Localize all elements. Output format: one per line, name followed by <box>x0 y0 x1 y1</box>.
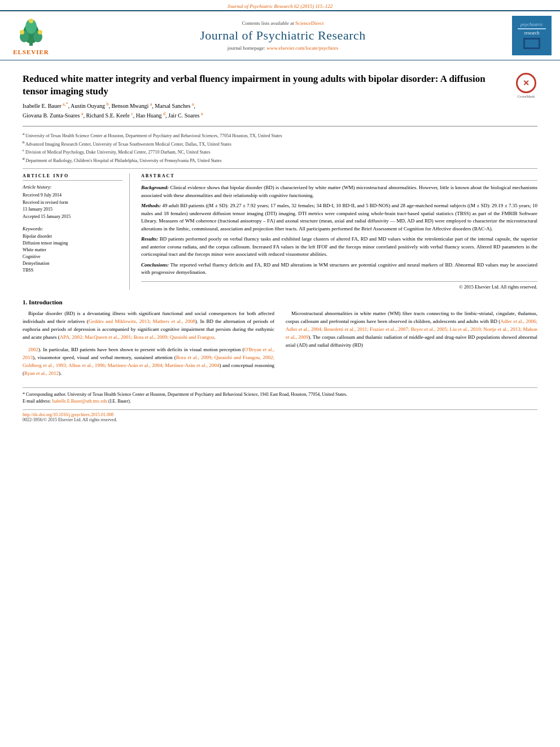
affiliations: a University of Texas Health Science Cen… <box>23 131 537 164</box>
authors-line: Isabelle E. Bauer a,*, Austin Ouyang b, … <box>23 101 509 120</box>
abstract-col: ABSTRACT Background: Clinical evidence s… <box>141 173 537 290</box>
article-info-abstract: ARTICLE INFO Article history: Received 9… <box>23 173 537 290</box>
main-content: Reduced white matter integrity and verba… <box>0 60 560 428</box>
crossmark-label: CrossMark <box>517 94 535 99</box>
abstract-background: Background: Clinical evidence shows that… <box>141 184 537 199</box>
article-title-section: Reduced white matter integrity and verba… <box>23 73 537 126</box>
crossmark-badge[interactable]: ✕ CrossMark <box>515 73 537 99</box>
article-title: Reduced white matter integrity and verba… <box>23 73 509 98</box>
journal-title: Journal of Psychiatric Research <box>62 28 504 43</box>
divider <box>23 168 537 169</box>
copyright-line: © 2015 Elsevier Ltd. All rights reserved… <box>141 281 537 290</box>
article-history-label: Article history: <box>23 184 123 190</box>
svg-point-6 <box>38 30 42 34</box>
abstract-text: Background: Clinical evidence shows that… <box>141 184 537 277</box>
ref-geddes[interactable]: Geddes and Miklowitz, 2013; Mathers et a… <box>89 318 195 324</box>
ref-bora2009[interactable]: Bora et al., 2009; Quraishi and Frangou,… <box>23 355 274 368</box>
intro-title: 1. Introduction <box>23 299 537 305</box>
psych-badge: psychiatric research <box>512 16 552 55</box>
corresponding-label: * Corresponding author. <box>23 392 67 397</box>
keyword-bipolar: Bipolar disorder <box>23 233 123 240</box>
elsevier-logo: ELSEVIER <box>6 16 56 55</box>
received-date: Received 9 July 2014 <box>23 192 123 199</box>
intro-col1-p2: 2002). In particular, BD patients have b… <box>23 346 274 378</box>
header-center: Contents lists available at ScienceDirec… <box>62 20 504 51</box>
svg-point-7 <box>29 19 33 23</box>
article-title-text: Reduced white matter integrity and verba… <box>23 73 509 121</box>
intro-col1: Bipolar disorder (BD) is a devastating i… <box>23 310 274 382</box>
intro-body: Bipolar disorder (BD) is a devastating i… <box>23 310 537 382</box>
article-info-col: ARTICLE INFO Article history: Received 9… <box>23 173 130 290</box>
article-info-heading: ARTICLE INFO <box>23 173 123 181</box>
corresponding-text: University of Texas Health Science Cente… <box>68 392 348 397</box>
svg-point-5 <box>20 30 24 34</box>
keyword-wm: White matter <box>23 247 123 254</box>
ref-adler2006[interactable]: Adler et al., 2006; Adler et al., 2004; … <box>286 318 537 340</box>
journal-logo-icon <box>523 38 540 49</box>
email-link[interactable]: Isabelle.E.Bauer@uth.tmc.edu <box>52 399 107 404</box>
abstract-results: Results: BD patients performed poorly on… <box>141 235 537 259</box>
crossmark-icon: ✕ <box>516 73 536 93</box>
elsevier-tree-icon <box>14 16 48 47</box>
keywords-label: Keywords: <box>23 226 123 231</box>
journal-header: ELSEVIER Contents lists available at Sci… <box>0 10 560 60</box>
footnote-section: * Corresponding author. University of Te… <box>23 387 537 405</box>
keyword-tbss: TBSS <box>23 267 123 274</box>
page: Journal of Psychiatric Research 62 (2015… <box>0 0 560 747</box>
homepage-link[interactable]: www.elsevier.com/locate/psychires <box>266 45 338 51</box>
abstract-conclusions: Conclusions: The reported verbal fluency… <box>141 261 537 277</box>
ref-2002[interactable]: 2002 <box>28 347 38 352</box>
top-citation-text: Journal of Psychiatric Research 62 (2015… <box>228 3 333 9</box>
journal-homepage: journal homepage: www.elsevier.com/locat… <box>62 45 504 51</box>
keywords-section: Keywords: Bipolar disorder Diffusion ten… <box>23 226 123 274</box>
svg-rect-9 <box>525 40 539 47</box>
intro-col2-p1: Microstructural abnormalities in white m… <box>286 310 537 350</box>
intro-section: 1. Introduction Bipolar disorder (BD) is… <box>23 299 537 382</box>
psych-research-logo: psychiatric research <box>509 16 554 55</box>
ref-apa[interactable]: APA, 2002; MacQueen et al., 2001; Bora e… <box>60 334 216 340</box>
bottom-bar: http://dx.doi.org/10.1016/j.jpsychires.2… <box>23 409 537 422</box>
doi-link[interactable]: http://dx.doi.org/10.1016/j.jpsychires.2… <box>23 412 113 417</box>
issn-text: 0022-3956/© 2015 Elsevier Ltd. All right… <box>23 417 117 422</box>
keyword-demyelination: Demyelination <box>23 260 123 267</box>
journal-top-citation: Journal of Psychiatric Research 62 (2015… <box>0 0 560 10</box>
elsevier-name: ELSEVIER <box>13 49 49 55</box>
keyword-dti: Diffusion tensor imaging <box>23 240 123 247</box>
intro-col2: Microstructural abnormalities in white m… <box>286 310 537 382</box>
revised-date: Received in revised form13 January 2015 <box>23 199 123 213</box>
abstract-heading: ABSTRACT <box>141 173 537 181</box>
email-label: E-mail address: <box>23 399 51 404</box>
sciencedirect-line: Contents lists available at ScienceDirec… <box>62 20 504 26</box>
keyword-cognitive: Cognitive <box>23 254 123 260</box>
email-note: (I.E. Bauer). <box>108 399 131 404</box>
intro-col1-p1: Bipolar disorder (BD) is a devastating i… <box>23 310 274 342</box>
sciencedirect-link[interactable]: ScienceDirect <box>295 20 323 26</box>
abstract-methods: Methods: 49 adult BD patients ((M ± SD):… <box>141 202 537 233</box>
ref-ryan[interactable]: Ryan et al., 2012 <box>24 370 59 376</box>
accepted-date: Accepted 15 January 2015 <box>23 213 123 220</box>
